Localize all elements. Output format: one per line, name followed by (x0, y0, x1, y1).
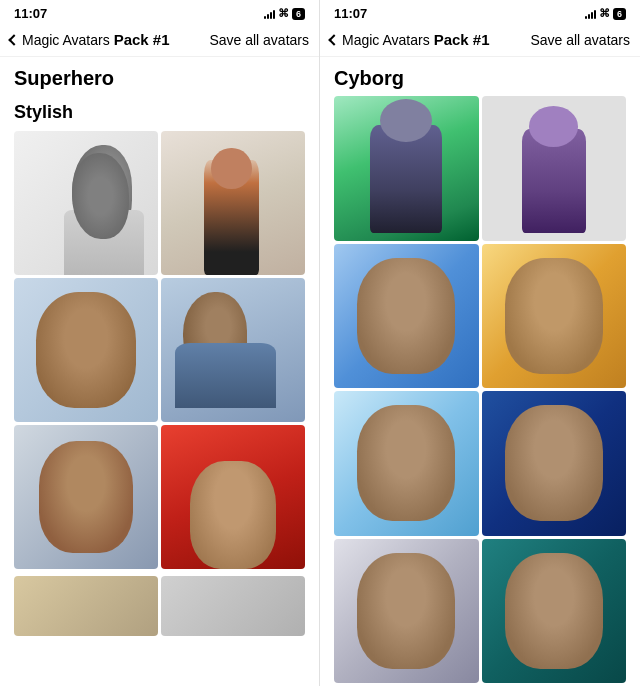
left-phone-panel: 11:07 ⌘ 6 Magic Avatars Pack #1 Save all… (0, 0, 320, 686)
left-status-icons: ⌘ 6 (264, 7, 305, 20)
left-save-button[interactable]: Save all avatars (209, 32, 309, 48)
left-chevron-icon (8, 34, 19, 45)
right-time: 11:07 (334, 6, 367, 21)
right-back-button[interactable]: Magic Avatars (330, 32, 430, 48)
right-battery-icon: 6 (613, 8, 626, 20)
right-image-5[interactable] (334, 391, 479, 536)
right-section-title: Cyborg (320, 57, 640, 96)
left-image-6[interactable] (161, 425, 305, 569)
left-image-4[interactable] (161, 278, 305, 422)
right-image-2[interactable] (482, 96, 627, 241)
left-image-5[interactable] (14, 425, 158, 569)
right-scroll-content: Cyborg (320, 57, 640, 686)
left-subsection-title: Stylish (0, 96, 319, 131)
left-status-bar: 11:07 ⌘ 6 (0, 0, 319, 25)
left-pack-label: Pack #1 (114, 31, 170, 48)
left-back-label: Magic Avatars (22, 32, 110, 48)
left-signal-icon (264, 9, 275, 19)
right-chevron-icon (328, 34, 339, 45)
left-partial-1[interactable] (14, 576, 158, 636)
left-image-3[interactable] (14, 278, 158, 422)
left-time: 11:07 (14, 6, 47, 21)
right-nav-bar: Magic Avatars Pack #1 Save all avatars (320, 25, 640, 57)
right-image-1[interactable] (334, 96, 479, 241)
right-image-4[interactable] (482, 244, 627, 389)
right-signal-icon (585, 9, 596, 19)
right-status-icons: ⌘ 6 (585, 7, 626, 20)
left-nav-bar: Magic Avatars Pack #1 Save all avatars (0, 25, 319, 57)
right-status-bar: 11:07 ⌘ 6 (320, 0, 640, 25)
left-partial-2[interactable] (161, 576, 305, 636)
right-image-7[interactable] (334, 539, 479, 684)
left-image-2[interactable] (161, 131, 305, 275)
left-image-1[interactable] (14, 131, 158, 275)
left-wifi-icon: ⌘ (278, 7, 289, 20)
right-save-button[interactable]: Save all avatars (530, 32, 630, 48)
right-image-3[interactable] (334, 244, 479, 389)
right-image-8[interactable] (482, 539, 627, 684)
right-wifi-icon: ⌘ (599, 7, 610, 20)
right-phone-panel: 11:07 ⌘ 6 Magic Avatars Pack #1 Save all… (320, 0, 640, 686)
right-image-grid (320, 96, 640, 686)
left-scroll-content: Superhero Stylish (0, 57, 319, 686)
right-back-label: Magic Avatars (342, 32, 430, 48)
left-back-button[interactable]: Magic Avatars (10, 32, 110, 48)
left-section-title: Superhero (0, 57, 319, 96)
left-battery-icon: 6 (292, 8, 305, 20)
left-image-grid (0, 131, 319, 573)
right-image-6[interactable] (482, 391, 627, 536)
left-partial-row (0, 576, 319, 636)
right-pack-label: Pack #1 (434, 31, 490, 48)
